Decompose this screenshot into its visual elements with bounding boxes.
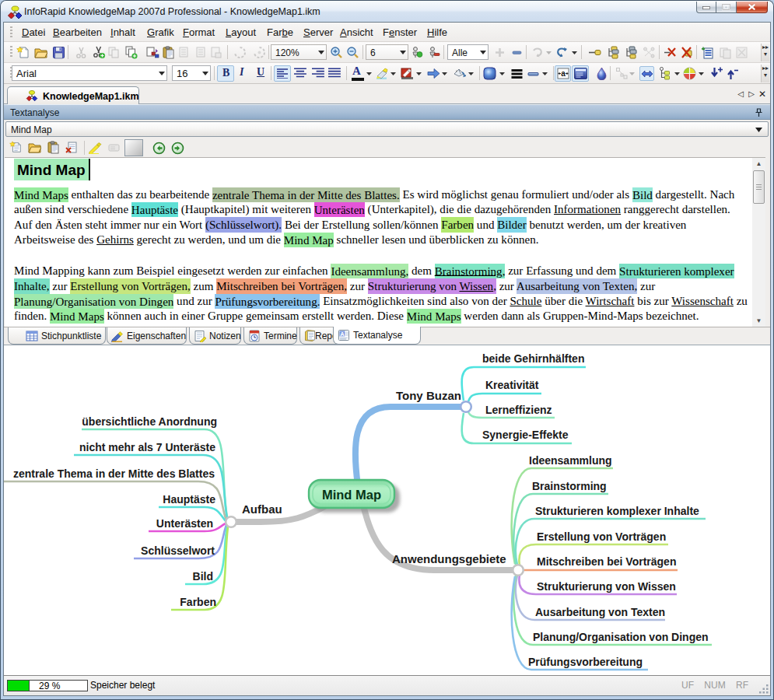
svg-text:Tony Buzan: Tony Buzan	[396, 389, 461, 402]
svg-text:Anwendungsgebiete: Anwendungsgebiete	[392, 552, 506, 565]
svg-text:Bild: Bild	[193, 570, 213, 583]
svg-text:Ausarbeitung von Texten: Ausarbeitung von Texten	[535, 606, 665, 618]
svg-text:Aufbau: Aufbau	[242, 502, 282, 516]
svg-text:nicht mehr als 7 Unteräste: nicht mehr als 7 Unteräste	[79, 441, 215, 453]
svg-text:Mitschreiben bei Vorträgen: Mitschreiben bei Vorträgen	[537, 555, 676, 568]
svg-text:zentrale Thema in der Mitte de: zentrale Thema in der Mitte des Blattes	[13, 467, 215, 480]
svg-text:Mind Map: Mind Map	[322, 488, 381, 502]
svg-text:Hauptäste: Hauptäste	[163, 493, 215, 506]
svg-text:Kreativität: Kreativität	[485, 379, 539, 391]
svg-text:Schlüsselwort: Schlüsselwort	[141, 544, 215, 557]
svg-text:Farben: Farben	[180, 596, 216, 608]
svg-text:Synergie-Effekte: Synergie-Effekte	[482, 429, 569, 441]
svg-text:Ideensammlung: Ideensammlung	[529, 454, 612, 467]
svg-text:Strukturieren komplexer Inhalt: Strukturieren komplexer Inhalte	[535, 505, 699, 517]
svg-text:Erstellung von Vorträgen: Erstellung von Vorträgen	[537, 530, 666, 543]
svg-text:Strukturierung von Wissen: Strukturierung von Wissen	[537, 580, 676, 593]
svg-text:Prüfungsvorbereitung: Prüfungsvorbereitung	[528, 656, 643, 668]
svg-text:Unterästen: Unterästen	[156, 517, 213, 530]
svg-text:übersichtliche Anordnung: übersichtliche Anordnung	[82, 415, 217, 428]
svg-text:Brainstorming: Brainstorming	[532, 480, 607, 492]
svg-text:Planung/Organisation von Dinge: Planung/Organisation von Dingen	[533, 631, 709, 643]
svg-text:a: a	[561, 69, 566, 78]
svg-text:Lerneffizienz: Lerneffizienz	[485, 404, 552, 416]
svg-text:beide Gehirnhälften: beide Gehirnhälften	[482, 352, 584, 365]
svg-text:A: A	[340, 331, 345, 338]
